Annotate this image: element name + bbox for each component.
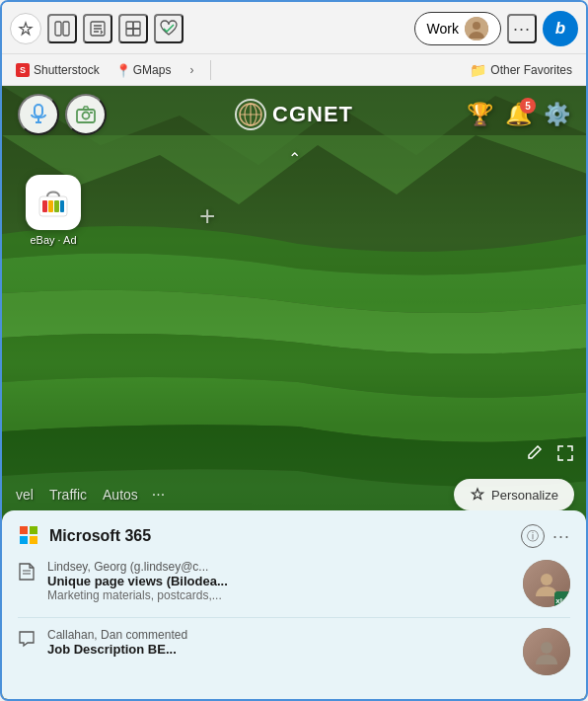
ms365-item-2-avatar bbox=[523, 628, 570, 675]
settings-icon[interactable]: ⚙️ bbox=[544, 102, 570, 127]
ms365-item-2[interactable]: Callahan, Dan commented Job Description … bbox=[18, 628, 570, 675]
fullscreen-button[interactable] bbox=[556, 444, 574, 467]
favorites-button[interactable] bbox=[10, 13, 41, 44]
svg-point-31 bbox=[541, 642, 552, 654]
camera-button[interactable] bbox=[65, 94, 107, 135]
newtab-toolbar: CGNET 🏆 🔔 5 ⚙️ bbox=[2, 94, 586, 135]
folder-icon: 📁 bbox=[470, 62, 486, 78]
svg-rect-7 bbox=[133, 22, 140, 29]
card-divider bbox=[18, 617, 570, 618]
avatar-placeholder-2 bbox=[523, 628, 570, 675]
svg-rect-13 bbox=[35, 105, 42, 117]
collections-button[interactable] bbox=[118, 14, 148, 43]
tab-vel[interactable]: vel bbox=[14, 483, 36, 506]
personalize-button[interactable]: Personalize bbox=[454, 479, 574, 510]
bell-badge: 5 bbox=[520, 98, 536, 114]
ebay-label: eBay · Ad bbox=[30, 234, 76, 246]
svg-point-30 bbox=[541, 574, 552, 585]
star-icon bbox=[470, 487, 485, 503]
browser-chrome: Work ··· b S Shutterstock 📍 GMaps › bbox=[2, 2, 586, 86]
other-favorites-bookmark[interactable]: 📁 Other Favorites bbox=[464, 60, 578, 80]
new-tab-page: CGNET 🏆 🔔 5 ⚙️ ⌃ bbox=[2, 86, 586, 701]
collapse-arrow-button[interactable]: ⌃ bbox=[288, 149, 301, 168]
ms365-more-button[interactable]: ··· bbox=[552, 526, 570, 547]
svg-rect-27 bbox=[60, 200, 64, 212]
svg-point-17 bbox=[83, 113, 90, 119]
bookmarks-expand-button[interactable]: › bbox=[181, 59, 202, 81]
ms365-item-1-content: Lindsey, Georg (g.lindsey@c... Unique pa… bbox=[47, 560, 513, 602]
shutterstock-label: Shutterstock bbox=[34, 63, 100, 77]
split-tab-button[interactable] bbox=[47, 14, 77, 43]
newtab-icons: 🏆 🔔 5 ⚙️ bbox=[467, 102, 570, 127]
svg-rect-26 bbox=[54, 200, 59, 212]
bookmarks-bar: S Shutterstock 📍 GMaps › 📁 Other Favorit… bbox=[2, 53, 586, 85]
collapse-arrow-icon: ⌃ bbox=[288, 150, 301, 167]
work-profile-button[interactable]: Work bbox=[414, 12, 501, 45]
ms365-item-1-author: Lindsey, Georg (g.lindsey@c... bbox=[47, 560, 245, 574]
svg-rect-18 bbox=[90, 112, 93, 114]
tab-traffic[interactable]: Traffic bbox=[47, 483, 89, 506]
bing-button[interactable]: b bbox=[543, 11, 578, 46]
content-bar: vel Traffic Autos ··· Personalize bbox=[2, 479, 586, 510]
more-options-button[interactable]: ··· bbox=[507, 14, 537, 43]
ms365-item-2-title: Job Description BE... bbox=[47, 642, 245, 657]
gmaps-bookmark[interactable]: 📍 GMaps bbox=[110, 61, 178, 79]
ms365-item-1-desc: Marketing materials, postcards,... bbox=[47, 588, 245, 602]
cgnet-logo[interactable]: CGNET bbox=[235, 99, 353, 130]
work-profile-avatar bbox=[465, 17, 488, 40]
svg-rect-6 bbox=[126, 22, 133, 29]
shutterstock-bookmark[interactable]: S Shutterstock bbox=[10, 61, 106, 79]
ms365-card: Microsoft 365 ⓘ ··· Lindsey, Georg (g.li… bbox=[2, 510, 586, 701]
ms365-item-2-content: Callahan, Dan commented Job Description … bbox=[47, 628, 513, 657]
svg-rect-0 bbox=[55, 22, 61, 36]
ms365-item-1-title: Unique page views (Bilodea... bbox=[47, 574, 245, 588]
svg-rect-24 bbox=[42, 200, 47, 212]
bookmarks-divider bbox=[210, 60, 211, 80]
add-shortcut-button[interactable]: + bbox=[199, 200, 215, 232]
reading-list-button[interactable] bbox=[83, 14, 112, 43]
tab-bar: Work ··· b bbox=[2, 2, 586, 53]
ebay-icon bbox=[26, 175, 81, 230]
ms365-info-button[interactable]: ⓘ bbox=[521, 524, 545, 548]
edit-background-button[interactable] bbox=[525, 444, 543, 467]
ebay-ad-widget[interactable]: eBay · Ad bbox=[26, 175, 81, 246]
health-icon[interactable] bbox=[154, 14, 184, 43]
shutterstock-favicon: S bbox=[16, 63, 30, 77]
svg-rect-25 bbox=[48, 200, 53, 212]
add-icon: + bbox=[199, 200, 215, 231]
gmaps-label: GMaps bbox=[133, 63, 172, 77]
comment-icon bbox=[18, 630, 37, 650]
ms365-logo-icon bbox=[18, 524, 41, 548]
tab-autos[interactable]: Autos bbox=[101, 483, 140, 506]
cgnet-circle-icon bbox=[235, 99, 266, 130]
document-icon-1 bbox=[18, 562, 37, 582]
xlsx-badge: xlsx bbox=[554, 591, 570, 607]
cgnet-label: CGNET bbox=[272, 102, 353, 127]
content-tabs-more-button[interactable]: ··· bbox=[152, 486, 165, 504]
ms365-item-1-avatar: xlsx bbox=[523, 560, 570, 607]
svg-rect-9 bbox=[133, 29, 140, 36]
card-header: Microsoft 365 ⓘ ··· bbox=[18, 524, 570, 548]
work-profile-label: Work bbox=[427, 21, 459, 37]
personalize-label: Personalize bbox=[491, 488, 558, 503]
bing-label: b bbox=[555, 19, 565, 39]
svg-point-11 bbox=[473, 22, 480, 30]
ms365-card-title: Microsoft 365 bbox=[49, 527, 521, 545]
ms365-item-1[interactable]: Lindsey, Georg (g.lindsey@c... Unique pa… bbox=[18, 560, 570, 607]
trophy-icon[interactable]: 🏆 bbox=[467, 102, 493, 127]
mic-button[interactable] bbox=[18, 94, 59, 135]
other-favorites-label: Other Favorites bbox=[490, 63, 572, 77]
svg-rect-8 bbox=[126, 29, 133, 36]
ms365-item-2-author: Callahan, Dan commented bbox=[47, 628, 245, 642]
bell-container[interactable]: 🔔 5 bbox=[505, 102, 532, 127]
svg-rect-1 bbox=[63, 22, 69, 36]
gmaps-favicon: 📍 bbox=[115, 63, 129, 77]
